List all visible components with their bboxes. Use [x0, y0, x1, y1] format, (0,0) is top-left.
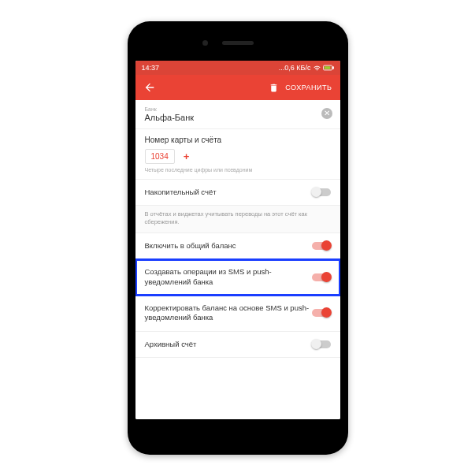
- back-button[interactable]: [143, 81, 156, 94]
- archive-label: Архивный счёт: [145, 340, 312, 349]
- correct-balance-row[interactable]: Корректировать баланс на основе SMS и pu…: [135, 296, 340, 332]
- screen: 14:37 ...0,6 КБ/с СОХРАНИТЬ: [135, 61, 340, 419]
- delete-icon[interactable]: [269, 83, 279, 93]
- correct-balance-toggle[interactable]: [312, 309, 331, 317]
- archive-row[interactable]: Архивный счёт: [135, 332, 340, 358]
- network-speed: ...0,6 КБ/с: [279, 64, 311, 72]
- savings-toggle[interactable]: [312, 188, 331, 196]
- wifi-icon: [314, 65, 321, 72]
- status-indicators: ...0,6 КБ/с: [279, 64, 334, 72]
- create-ops-row[interactable]: Создавать операции из SMS и push-уведомл…: [135, 259, 340, 296]
- content[interactable]: Банк Альфа-Банк ✕ Номер карты и счёта 10…: [135, 100, 340, 419]
- savings-label: Накопительный счёт: [145, 188, 312, 197]
- include-balance-row[interactable]: Включить в общий баланс: [135, 233, 340, 259]
- status-time: 14:37: [142, 64, 160, 72]
- create-ops-toggle[interactable]: [312, 273, 331, 281]
- app-bar: СОХРАНИТЬ: [135, 75, 340, 100]
- bank-field-section[interactable]: Банк Альфа-Банк ✕: [135, 100, 340, 129]
- card-number-section: Номер карты и счёта 1034 + Четыре послед…: [135, 129, 340, 180]
- archive-toggle[interactable]: [312, 340, 331, 348]
- close-icon: ✕: [324, 110, 330, 117]
- status-bar: 14:37 ...0,6 КБ/с: [135, 61, 340, 75]
- include-balance-toggle[interactable]: [312, 242, 331, 250]
- battery-icon: [323, 65, 334, 71]
- phone-frame: 14:37 ...0,6 КБ/с СОХРАНИТЬ: [128, 21, 348, 455]
- create-ops-label: Создавать операции из SMS и push-уведомл…: [145, 267, 312, 287]
- svg-rect-2: [324, 66, 330, 69]
- card-helper-text: Четыре последние цифры или псевдоним: [145, 167, 331, 173]
- correct-balance-label: Корректировать баланс на основе SMS и pu…: [145, 303, 312, 323]
- clear-bank-button[interactable]: ✕: [321, 108, 332, 119]
- card-section-title: Номер карты и счёта: [145, 136, 331, 144]
- savings-account-row[interactable]: Накопительный счёт: [135, 180, 340, 206]
- phone-speaker: [222, 41, 254, 45]
- add-card-button[interactable]: +: [180, 149, 194, 164]
- include-balance-label: Включить в общий баланс: [145, 241, 312, 251]
- bank-name-value: Альфа-Банк: [145, 113, 331, 122]
- save-button[interactable]: СОХРАНИТЬ: [285, 84, 332, 91]
- svg-rect-1: [332, 67, 333, 69]
- phone-camera: [202, 40, 208, 46]
- bank-field-label: Банк: [145, 106, 331, 112]
- card-digits-chip[interactable]: 1034: [145, 149, 175, 164]
- savings-note-section: В отчётах и виджетах учитывать переводы …: [135, 206, 340, 233]
- savings-note: В отчётах и виджетах учитывать переводы …: [145, 210, 331, 226]
